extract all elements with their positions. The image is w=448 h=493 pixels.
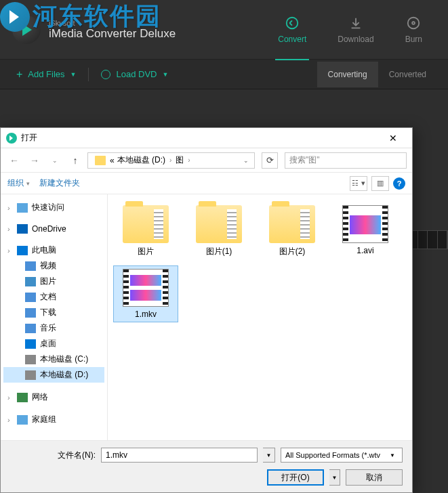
breadcrumb[interactable]: « 本地磁盘 (D:) › 图 › ⌄ bbox=[87, 152, 255, 169]
search-input[interactable]: 搜索"图" bbox=[285, 152, 407, 169]
network-icon bbox=[17, 393, 28, 402]
download-folder-icon bbox=[25, 308, 36, 318]
cancel-button[interactable]: 取消 bbox=[346, 469, 403, 486]
tree-disk-d[interactable]: 本地磁盘 (D:) bbox=[3, 367, 104, 383]
load-dvd-button[interactable]: Load DVD ▼ bbox=[96, 66, 174, 82]
recent-dropdown[interactable]: ⌄ bbox=[47, 152, 63, 169]
dialog-organize-row: 组织 ▾ 新建文件夹 ☷ ▾ ▥ ? bbox=[1, 173, 412, 194]
tree-pictures[interactable]: 图片 bbox=[3, 274, 104, 289]
tree-label: 图片 bbox=[40, 276, 56, 287]
subtab-converting[interactable]: Converting bbox=[317, 62, 378, 87]
chevron-down-icon: ▼ bbox=[162, 71, 168, 78]
tree-documents[interactable]: 文档 bbox=[3, 289, 104, 305]
dialog-nav-row: ← → ⌄ ↑ « 本地磁盘 (D:) › 图 › ⌄ ⟳ 搜索"图" bbox=[1, 148, 412, 173]
folder-icon bbox=[196, 205, 242, 243]
tree-label: 网络 bbox=[32, 391, 48, 403]
new-folder-button[interactable]: 新建文件夹 bbox=[39, 177, 80, 189]
music-icon bbox=[25, 324, 36, 333]
folder-item[interactable]: 图片 bbox=[113, 202, 178, 260]
breadcrumb-seg2[interactable]: 图 bbox=[176, 154, 184, 166]
folder-item[interactable]: 图片(1) bbox=[186, 202, 251, 260]
file-name: 图片(2) bbox=[279, 246, 306, 257]
burn-icon bbox=[406, 16, 421, 30]
open-button[interactable]: 打开(O) bbox=[267, 469, 324, 486]
tree-videos[interactable]: 视频 bbox=[3, 258, 104, 274]
dialog-titlebar: 打开 ✕ bbox=[1, 128, 412, 148]
dialog-title: 打开 bbox=[21, 132, 380, 144]
svg-point-2 bbox=[412, 22, 415, 24]
video-file-item[interactable]: 1.mkv bbox=[113, 265, 178, 322]
svg-point-1 bbox=[408, 17, 420, 28]
homegroup-icon bbox=[17, 415, 28, 425]
tab-download[interactable]: Download bbox=[335, 12, 376, 48]
tree-label: 下载 bbox=[40, 307, 56, 318]
tab-burn[interactable]: Burn bbox=[403, 12, 425, 48]
up-button[interactable]: ↑ bbox=[67, 152, 83, 169]
timeline-strip bbox=[407, 230, 448, 249]
folder-icon bbox=[95, 156, 106, 165]
chevron-right-icon: › bbox=[188, 156, 190, 164]
open-dropdown[interactable]: ▼ bbox=[329, 469, 340, 486]
tree-downloads[interactable]: 下载 bbox=[3, 305, 104, 320]
tree-label: 音乐 bbox=[40, 322, 56, 334]
filename-dropdown[interactable]: ▼ bbox=[263, 448, 275, 463]
tree-label: 本地磁盘 (C:) bbox=[40, 353, 88, 365]
tree-desktop[interactable]: 桌面 bbox=[3, 336, 104, 351]
document-icon bbox=[25, 293, 36, 302]
tab-download-label: Download bbox=[338, 35, 373, 44]
dialog-footer: 文件名(N): ▼ All Supported Formats (*.wtv ▼… bbox=[1, 440, 412, 492]
preview-pane-button[interactable]: ▥ bbox=[371, 176, 389, 191]
tab-burn-label: Burn bbox=[405, 35, 422, 44]
picture-icon bbox=[25, 277, 36, 286]
tab-convert-label: Convert bbox=[278, 35, 306, 44]
tab-convert[interactable]: Convert bbox=[275, 12, 309, 60]
tree-label: 家庭组 bbox=[32, 414, 56, 425]
chevron-right-icon: › bbox=[169, 156, 171, 164]
desktop-icon bbox=[25, 339, 36, 349]
file-grid: 图片 图片(1) 图片(2) 1.avi 1.mkv bbox=[108, 194, 412, 440]
close-button[interactable]: ✕ bbox=[380, 129, 407, 148]
disc-icon bbox=[101, 70, 110, 79]
folder-item[interactable]: 图片(2) bbox=[260, 202, 325, 260]
refresh-button[interactable]: ⟳ bbox=[262, 152, 278, 169]
tree-onedrive[interactable]: OneDrive bbox=[3, 222, 104, 236]
filename-label: 文件名(N): bbox=[58, 450, 96, 461]
add-files-button[interactable]: + Add Files ▼ bbox=[11, 66, 81, 83]
tree-label: 文档 bbox=[40, 291, 56, 303]
video-file-item[interactable]: 1.avi bbox=[333, 202, 398, 260]
tree-label: OneDrive bbox=[32, 224, 66, 234]
search-placeholder: 搜索"图" bbox=[289, 154, 320, 166]
chevron-down-icon: ▾ bbox=[26, 180, 30, 187]
open-file-dialog: 打开 ✕ ← → ⌄ ↑ « 本地磁盘 (D:) › 图 › ⌄ ⟳ 搜索"图"… bbox=[0, 127, 413, 493]
plus-icon: + bbox=[16, 68, 22, 81]
forward-button[interactable]: → bbox=[26, 152, 43, 169]
video-file-icon bbox=[123, 269, 169, 307]
tree-homegroup[interactable]: 家庭组 bbox=[3, 412, 104, 427]
star-icon bbox=[17, 203, 28, 213]
tree-disk-c[interactable]: 本地磁盘 (C:) bbox=[3, 351, 104, 367]
tree-label: 本地磁盘 (D:) bbox=[40, 369, 88, 381]
tree-network[interactable]: 网络 bbox=[3, 389, 104, 405]
help-button[interactable]: ? bbox=[393, 177, 405, 190]
chevron-down-icon[interactable]: ⌄ bbox=[241, 157, 251, 164]
tree-this-pc[interactable]: 此电脑 bbox=[3, 242, 104, 258]
subtab-converted[interactable]: Converted bbox=[378, 62, 437, 87]
dialog-app-icon bbox=[6, 133, 17, 144]
tree-music[interactable]: 音乐 bbox=[3, 320, 104, 336]
disk-icon bbox=[25, 355, 36, 364]
cloud-icon bbox=[17, 224, 28, 234]
breadcrumb-prefix: « bbox=[110, 156, 115, 165]
filename-input[interactable] bbox=[101, 448, 258, 463]
breadcrumb-seg1[interactable]: 本地磁盘 (D:) bbox=[117, 154, 165, 166]
nav-tree: 快速访问 OneDrive 此电脑 视频 图片 文档 下载 音乐 桌面 本地磁盘… bbox=[1, 194, 108, 440]
filter-text: All Supported Formats (*.wtv bbox=[285, 451, 380, 459]
organize-menu[interactable]: 组织 bbox=[7, 177, 24, 189]
view-mode-button[interactable]: ☷ ▾ bbox=[350, 176, 367, 191]
watermark-logo-icon bbox=[0, 2, 30, 32]
back-button[interactable]: ← bbox=[6, 152, 22, 169]
disk-icon bbox=[25, 370, 36, 380]
watermark-overlay: 河东软件园 bbox=[0, 0, 161, 33]
tree-quick-access[interactable]: 快速访问 bbox=[3, 200, 104, 215]
file-name: 图片 bbox=[138, 246, 154, 257]
file-type-filter[interactable]: All Supported Formats (*.wtv ▼ bbox=[281, 448, 403, 463]
